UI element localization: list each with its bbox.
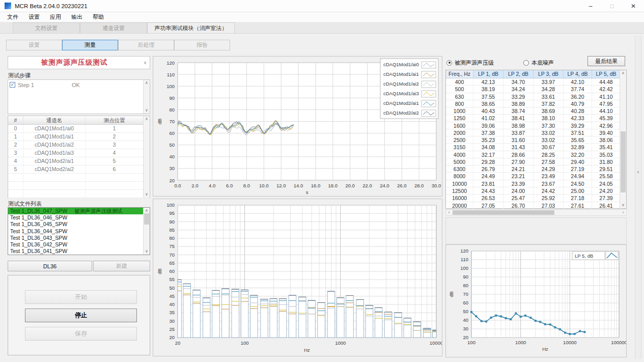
table-cell: 44.10 xyxy=(592,107,621,114)
dl36-button[interactable]: DL36 xyxy=(8,261,92,271)
sub-tab-2[interactable]: 后处理 xyxy=(118,40,174,50)
vertical-scroll-thumb[interactable] xyxy=(621,131,626,192)
table-row[interactable]: 160039.0638.9837.3039.2942.96 xyxy=(446,122,626,129)
level-result-table[interactable]: Freq., HzLP 1, dBLP 2, dBLP 3, dBLP 4, d… xyxy=(445,70,627,209)
list-item[interactable]: Test 1_DL36_042_SPW xyxy=(8,241,150,248)
table-row[interactable]: 1cDAQ1Mod1/ai12 xyxy=(8,133,150,141)
list-item[interactable]: Test 1_DL36_045_SPW xyxy=(8,221,150,228)
scroll-down-icon[interactable]: ∨ xyxy=(144,108,150,113)
table-row[interactable]: 630026.7924.2124.2927.1929.51 xyxy=(446,165,626,173)
column-header[interactable]: LP 4, dB xyxy=(564,70,592,78)
table-cell: 24.43 xyxy=(473,187,503,194)
column-header[interactable]: Freq., Hz xyxy=(446,70,473,78)
svg-text:8.0: 8.0 xyxy=(243,183,250,188)
maximize-button[interactable]: □ xyxy=(601,0,623,12)
svg-text:95: 95 xyxy=(169,210,175,216)
table-row[interactable]: 800024.4923.2123.4924.9425.58 xyxy=(446,173,626,180)
main-tab-1[interactable]: 通道设置 xyxy=(80,22,147,33)
svg-text:10000: 10000 xyxy=(430,340,442,346)
table-row[interactable]: 1000023.8123.3923.6724.5024.05 xyxy=(446,180,626,187)
scroll-down-icon[interactable]: ∨ xyxy=(144,249,150,254)
column-header[interactable]: LP 5, dB xyxy=(592,70,621,78)
scroll-up-icon[interactable]: ∧ xyxy=(144,117,150,122)
scroll-left-icon[interactable]: ‹ xyxy=(446,210,452,215)
menu-item-4[interactable]: 帮助 xyxy=(88,12,109,22)
table-row[interactable]: 63037.5533.2933.6136.2041.10 xyxy=(446,93,626,100)
channel-table-scrollbar[interactable]: ∧∨ xyxy=(143,116,150,198)
file-buttons-row: DL36 新建 xyxy=(8,261,150,271)
close-button[interactable]: ✕ xyxy=(623,0,644,12)
menu-item-0[interactable]: 文件 xyxy=(2,12,23,22)
table-row[interactable]: 0cDAQ1Mod1/ai01 xyxy=(8,125,150,133)
table-row[interactable]: 5cDAQ1Mod2/ai26 xyxy=(8,165,150,174)
menu-item-3[interactable]: 输出 xyxy=(66,12,88,22)
radio-icon[interactable] xyxy=(446,60,452,66)
sub-tab-1[interactable]: 测量 xyxy=(62,40,118,50)
right-splitter[interactable]: ‹ xyxy=(635,36,641,359)
table-cell xyxy=(23,182,86,189)
table-row[interactable]: 100040.4338.7438.6940.2844.10 xyxy=(446,107,626,115)
step-row[interactable]: ✓Step 1OK xyxy=(8,80,150,88)
test-type-dropdown[interactable]: 被测声源声压级测试 ∨ xyxy=(8,56,150,69)
list-item[interactable]: Test 1_DL36_047_SPW被测声源声压级测试 xyxy=(8,208,150,214)
sub-tab-0[interactable]: 设置 xyxy=(6,40,62,50)
column-header[interactable]: LP 1, dB xyxy=(473,70,503,78)
steps-scrollbar[interactable]: ∧∨ xyxy=(143,80,150,114)
checkbox-icon[interactable]: ✓ xyxy=(10,82,15,88)
menu-item-1[interactable]: 设置 xyxy=(23,12,45,22)
table-row[interactable]: 40042.1334.7033.9742.1044.48 xyxy=(446,78,626,86)
channel-table[interactable]: #通道名测点位置0cDAQ1Mod1/ai011cDAQ1Mod1/ai122c… xyxy=(8,116,150,198)
table-cell xyxy=(86,198,144,206)
sub-tab-3[interactable]: 报告 xyxy=(174,40,230,50)
file-list-scrollbar[interactable]: ∧∨ xyxy=(143,208,150,255)
main-tab-0[interactable]: 文档设置 xyxy=(13,22,80,33)
table-row[interactable]: 3cDAQ1Mod1/ai34 xyxy=(8,149,150,157)
list-item[interactable]: Test 1_DL36_043_SPW xyxy=(8,235,150,241)
main-tab-2[interactable]: 声功率测试模块（消声室法） xyxy=(147,22,235,33)
scroll-down-icon[interactable]: ∨ xyxy=(144,192,150,197)
table-row[interactable]: 125041.0238.4138.1042.3345.39 xyxy=(446,115,626,122)
table-row[interactable]: 315034.0831.4330.6732.8935.41 xyxy=(446,144,626,151)
stop-button[interactable]: 停止 xyxy=(25,309,137,322)
table-row[interactable]: 4cDAQ1Mod2/ai15 xyxy=(8,157,150,165)
table-row[interactable]: 1250024.4324.0024.4225.0024.20 xyxy=(446,187,626,194)
scroll-up-icon[interactable]: ∧ xyxy=(144,208,150,213)
table-cell: cDAQ1Mod2/ai1 xyxy=(23,157,86,165)
table-row[interactable]: 1600026.5325.4725.9227.1827.39 xyxy=(446,194,626,202)
test-steps-list[interactable]: ✓Step 1OK∧∨ xyxy=(8,79,150,114)
vertical-scroll-thumb[interactable] xyxy=(144,213,149,225)
horizontal-scroll-thumb[interactable] xyxy=(453,210,554,215)
collapse-left-icon[interactable]: ‹ xyxy=(635,169,641,175)
list-item[interactable]: Test 1_DL36_046_SPW xyxy=(8,214,150,221)
table-row[interactable]: 80038.6538.8937.8240.7947.95 xyxy=(446,100,626,107)
final-result-button[interactable]: 最后结果 xyxy=(587,56,625,66)
menu-item-2[interactable]: 应用 xyxy=(45,12,66,22)
table-horizontal-scrollbar[interactable]: ‹ › xyxy=(445,209,627,216)
table-row[interactable]: 500029.2827.9027.5829.4031.80 xyxy=(446,158,626,165)
new-button[interactable]: 新建 xyxy=(93,261,150,271)
list-item[interactable]: Test 1_DL36_041_SPW xyxy=(8,248,150,255)
table-row[interactable]: 50038.1934.2434.2837.7442.42 xyxy=(446,86,626,93)
minimize-button[interactable]: – xyxy=(580,0,601,12)
scroll-down-icon[interactable]: ∨ xyxy=(620,203,626,208)
scroll-up-icon[interactable]: ∧ xyxy=(620,71,626,76)
radio-option-0[interactable]: 被测声源声压级 xyxy=(446,59,494,67)
test-file-list[interactable]: Test 1_DL36_047_SPW被测声源声压级测试Test 1_DL36_… xyxy=(8,207,150,255)
radio-icon[interactable] xyxy=(523,60,529,66)
table-row[interactable]: 200037.3833.8733.0237.5139.40 xyxy=(446,129,626,136)
svg-text:40: 40 xyxy=(169,301,175,307)
scroll-right-icon[interactable]: › xyxy=(620,210,626,215)
table-row[interactable]: 2000027.0526.7027.0327.6126.41 xyxy=(446,202,626,209)
chevron-down-icon[interactable]: ∨ xyxy=(141,60,150,65)
result-table-scrollbar[interactable]: ∧∨ xyxy=(620,70,626,208)
list-item[interactable]: Test 1_DL36_044_SPW xyxy=(8,228,150,235)
table-row[interactable]: 250035.2331.6033.0235.6538.06 xyxy=(446,136,626,144)
radio-option-1[interactable]: 本底噪声 xyxy=(523,59,554,67)
table-row[interactable]: 2cDAQ1Mod1/ai23 xyxy=(8,141,150,149)
column-header[interactable]: LP 2, dB xyxy=(503,70,534,78)
start-button[interactable]: 开始 xyxy=(25,290,137,304)
column-header[interactable]: LP 3, dB xyxy=(534,70,564,78)
save-button[interactable]: 保存 xyxy=(25,327,137,341)
table-row[interactable]: 400032.1728.6628.2532.2035.03 xyxy=(446,151,626,158)
scroll-up-icon[interactable]: ∧ xyxy=(144,80,150,86)
